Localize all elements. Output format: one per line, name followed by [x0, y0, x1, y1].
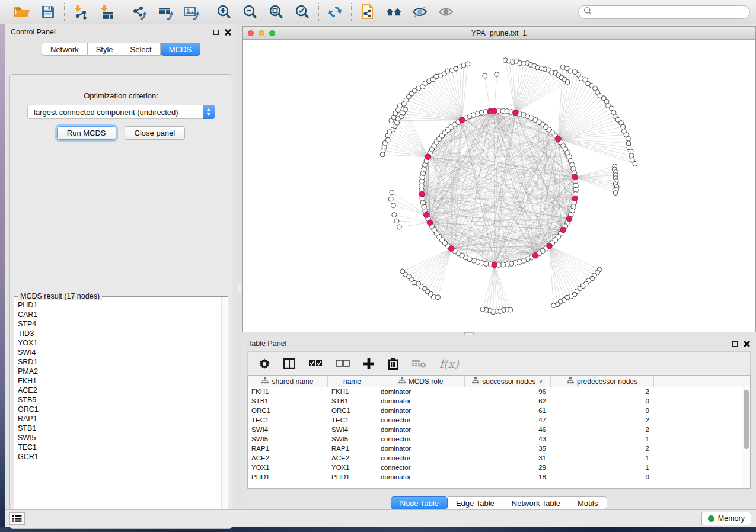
network-node[interactable] [495, 72, 499, 77]
float-panel-icon[interactable] [213, 30, 219, 35]
network-node[interactable] [579, 76, 583, 81]
apply-layout-icon[interactable] [327, 4, 343, 20]
column-header-name[interactable]: name [328, 376, 377, 387]
window-zoom-icon[interactable] [269, 30, 275, 36]
import-table-icon[interactable] [98, 4, 115, 20]
search-box[interactable] [578, 5, 750, 19]
table-row[interactable]: ORC1ORC1dominator610 [248, 406, 742, 416]
table-row[interactable]: SWI5SWI5connector431 [248, 435, 742, 444]
network-node[interactable] [391, 203, 395, 208]
network-node[interactable] [613, 191, 618, 196]
result-list-item[interactable]: GCR1 [18, 452, 221, 462]
tab-network[interactable]: Network [42, 43, 88, 56]
network-dominator-node[interactable] [572, 174, 578, 180]
table-row[interactable]: SWI4SWI4dominator462 [248, 425, 742, 435]
show-columns-icon[interactable] [283, 356, 295, 371]
table-row[interactable]: RAP1RAP1dominator352 [248, 444, 742, 454]
tab-edge-table[interactable]: Edge Table [448, 496, 503, 509]
table-scrollbar[interactable] [742, 387, 750, 488]
open-session-icon[interactable] [14, 4, 30, 20]
window-close-icon[interactable] [248, 30, 254, 36]
console-button[interactable] [9, 512, 25, 525]
network-graph[interactable] [243, 40, 755, 332]
function-builder-icon[interactable]: f(x) [439, 356, 459, 371]
table-row[interactable]: TEC1TEC1connector472 [248, 416, 742, 425]
close-panel-icon[interactable] [225, 29, 231, 36]
network-node[interactable] [568, 69, 573, 73]
result-list-item[interactable]: CAR1 [18, 310, 221, 319]
export-table-icon[interactable] [157, 4, 174, 20]
network-dominator-node[interactable] [556, 136, 562, 142]
deselect-all-icon[interactable] [336, 356, 350, 371]
splitter-handle[interactable] [238, 284, 241, 293]
network-node[interactable] [480, 307, 485, 312]
run-mcds-button[interactable]: Run MCDS [57, 126, 116, 140]
horizontal-splitter[interactable] [242, 332, 756, 336]
network-node[interactable] [434, 74, 439, 79]
select-all-icon[interactable] [308, 356, 323, 371]
column-header-successor-nodes[interactable]: successor nodes∨ [465, 376, 551, 387]
network-node[interactable] [397, 225, 401, 229]
network-node[interactable] [621, 124, 626, 129]
add-row-icon[interactable] [363, 356, 375, 371]
network-from-selection-icon[interactable] [359, 4, 376, 20]
column-header-predecessor-nodes[interactable]: predecessor nodes [551, 376, 654, 387]
tab-mcds[interactable]: MCDS [161, 43, 200, 56]
network-dominator-node[interactable] [572, 196, 578, 201]
network-node[interactable] [400, 269, 405, 274]
float-panel-icon[interactable] [732, 341, 738, 347]
export-network-icon[interactable] [131, 4, 148, 20]
network-dominator-node[interactable] [419, 191, 425, 197]
delete-table-icon[interactable] [412, 356, 426, 371]
network-node[interactable] [445, 69, 450, 73]
result-list-item[interactable]: PHD1 [18, 300, 221, 310]
tab-network-table[interactable]: Network Table [503, 496, 569, 509]
result-list-item[interactable]: SWI5 [18, 433, 221, 443]
network-dominator-node[interactable] [492, 262, 497, 268]
result-list-item[interactable]: YOX1 [18, 338, 221, 348]
network-node[interactable] [465, 62, 470, 66]
result-list-item[interactable]: SRD1 [18, 357, 221, 367]
first-neighbors-icon[interactable] [385, 4, 402, 20]
export-image-icon[interactable] [183, 4, 200, 20]
criterion-dropdown[interactable]: largest connected component (undirected) [27, 105, 215, 119]
hide-selected-icon[interactable] [412, 4, 428, 20]
result-list-item[interactable]: TEC1 [18, 443, 221, 452]
tab-motifs[interactable]: Motifs [569, 496, 607, 509]
result-list-item[interactable]: SWI4 [18, 348, 221, 357]
show-all-icon[interactable] [438, 4, 454, 20]
table-row[interactable]: PHD1PHD1dominator180 [248, 473, 742, 482]
memory-button[interactable]: Memory [701, 512, 751, 525]
search-input[interactable] [592, 8, 745, 16]
result-list-item[interactable]: ACE2 [18, 386, 221, 395]
network-canvas[interactable] [243, 40, 755, 332]
close-panel-icon[interactable] [744, 341, 750, 347]
zoom-in-icon[interactable] [216, 4, 232, 20]
table-row[interactable]: STB1STB1dominator620 [248, 397, 742, 406]
result-list-item[interactable]: STB1 [18, 424, 221, 433]
network-dominator-node[interactable] [547, 243, 553, 249]
result-list-item[interactable]: TID3 [18, 329, 221, 338]
result-list-item[interactable]: FKH1 [18, 376, 221, 386]
network-node[interactable] [551, 303, 556, 308]
network-node[interactable] [629, 153, 634, 158]
network-dominator-node[interactable] [560, 227, 566, 233]
result-list-item[interactable]: STB5 [18, 395, 221, 405]
column-header-MCDS-role[interactable]: MCDS role [377, 376, 465, 387]
window-minimize-icon[interactable] [259, 30, 264, 36]
network-node[interactable] [626, 136, 630, 141]
delete-row-icon[interactable] [388, 356, 398, 371]
tab-node-table[interactable]: Node Table [391, 496, 448, 509]
network-node[interactable] [565, 79, 570, 84]
network-dominator-node[interactable] [424, 212, 430, 218]
network-node[interactable] [436, 295, 441, 300]
zoom-out-icon[interactable] [242, 4, 259, 20]
result-list-item[interactable]: PMA2 [18, 367, 221, 376]
network-node[interactable] [385, 137, 390, 142]
network-dominator-node[interactable] [492, 108, 497, 114]
table-row[interactable]: FKH1FKH1dominator962 [248, 387, 742, 397]
scrollbar-thumb[interactable] [744, 390, 749, 449]
column-header-shared-name[interactable]: shared name [248, 376, 328, 387]
network-dominator-node[interactable] [425, 154, 431, 160]
network-node[interactable] [394, 219, 399, 223]
